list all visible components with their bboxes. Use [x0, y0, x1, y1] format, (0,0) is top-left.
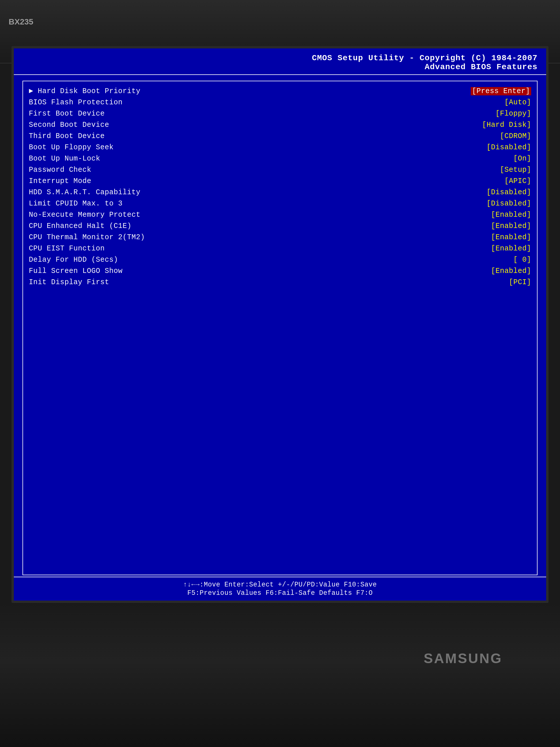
- bios-screen: CMOS Setup Utility - Copyright (C) 1984-…: [14, 48, 546, 600]
- bios-header-subtitle: Advanced BIOS Features: [23, 62, 537, 72]
- bios-row-label: BIOS Flash Protection: [29, 98, 126, 107]
- bios-menu-row[interactable]: BIOS Flash Protection[Auto]: [29, 97, 531, 108]
- bios-row-label: CPU Thermal Monitor 2(TM2): [29, 233, 148, 241]
- bios-menu-row[interactable]: HDD S.M.A.R.T. Capability[Disabled]: [29, 187, 531, 198]
- monitor-model-label: BX235: [9, 17, 33, 27]
- bios-row-value: [PCI]: [509, 278, 531, 286]
- bios-menu-row[interactable]: Delay For HDD (Secs)[ 0]: [29, 254, 531, 265]
- bios-row-value: [Enabled]: [491, 267, 531, 275]
- bios-row-label: Limit CPUID Max. to 3: [29, 200, 126, 208]
- bios-row-value: [Setup]: [500, 166, 531, 174]
- bios-row-value: [Enabled]: [491, 244, 531, 253]
- bios-row-label: No-Execute Memory Protect: [29, 211, 143, 219]
- bios-footer: ↑↓←→:Move Enter:Select +/-/PU/PD:Value F…: [14, 577, 546, 600]
- bios-content: Hard Disk Boot Priority[Press Enter]BIOS…: [14, 75, 546, 581]
- bios-row-value: [APIC]: [504, 177, 531, 185]
- bios-row-value: [Auto]: [504, 98, 531, 107]
- bios-row-value: [Floppy]: [496, 109, 531, 118]
- bios-menu-row[interactable]: Password Check[Setup]: [29, 164, 531, 176]
- samsung-logo: SAMSUNG: [424, 650, 502, 666]
- bios-row-label: CPU Enhanced Halt (C1E): [29, 222, 135, 230]
- screen-bezel: CMOS Setup Utility - Copyright (C) 1984-…: [11, 46, 549, 603]
- bios-row-label: Full Screen LOGO Show: [29, 267, 126, 275]
- bios-row-label: Boot Up Floppy Seek: [29, 143, 117, 152]
- bios-menu-row[interactable]: Hard Disk Boot Priority[Press Enter]: [29, 85, 531, 97]
- bios-row-label: First Boot Device: [29, 109, 108, 118]
- bios-footer-line2: F5:Previous Values F6:Fail-Safe Defaults…: [20, 589, 540, 597]
- bios-row-label: Boot Up Num-Lock: [29, 154, 103, 163]
- bios-menu-row[interactable]: Second Boot Device[Hard Disk]: [29, 119, 531, 131]
- bios-header-title: CMOS Setup Utility - Copyright (C) 1984-…: [23, 54, 537, 62]
- bios-menu-row[interactable]: Interrupt Mode[APIC]: [29, 176, 531, 187]
- bios-menu-row[interactable]: Boot Up Floppy Seek[Disabled]: [29, 142, 531, 153]
- bios-row-value: [Disabled]: [486, 143, 531, 152]
- bios-row-label: Interrupt Mode: [29, 177, 94, 185]
- bios-row-value: [Enabled]: [491, 222, 531, 230]
- bios-row-label: Third Boot Device: [29, 132, 108, 140]
- bios-header: CMOS Setup Utility - Copyright (C) 1984-…: [14, 48, 546, 75]
- bios-row-label: Hard Disk Boot Priority: [29, 87, 143, 95]
- monitor-outer: BX235 CMOS Setup Utility - Copyright (C)…: [0, 0, 560, 747]
- bios-row-value: [Disabled]: [486, 200, 531, 208]
- bios-row-label: HDD S.M.A.R.T. Capability: [29, 188, 143, 197]
- bios-row-label: Init Display First: [29, 278, 112, 286]
- bios-menu: Hard Disk Boot Priority[Press Enter]BIOS…: [23, 81, 537, 575]
- bios-footer-line1: ↑↓←→:Move Enter:Select +/-/PU/PD:Value F…: [20, 581, 540, 589]
- bios-menu-row[interactable]: Boot Up Num-Lock[On]: [29, 153, 531, 164]
- bios-menu-row[interactable]: CPU Enhanced Halt (C1E)[Enabled]: [29, 221, 531, 232]
- bios-menu-row[interactable]: Limit CPUID Max. to 3[Disabled]: [29, 198, 531, 209]
- bios-row-label: Password Check: [29, 166, 94, 174]
- bios-row-label: Second Boot Device: [29, 121, 112, 129]
- bios-row-value: [CDROM]: [500, 132, 531, 140]
- bios-row-value: [Hard Disk]: [482, 121, 531, 129]
- bios-menu-row[interactable]: CPU Thermal Monitor 2(TM2)[Enabled]: [29, 232, 531, 243]
- bios-row-value: [Enabled]: [491, 233, 531, 241]
- bios-menu-row[interactable]: Full Screen LOGO Show[Enabled]: [29, 265, 531, 277]
- bios-menu-row[interactable]: Init Display First[PCI]: [29, 277, 531, 288]
- bios-menu-row[interactable]: CPU EIST Function[Enabled]: [29, 243, 531, 254]
- bios-menu-row[interactable]: No-Execute Memory Protect[Enabled]: [29, 209, 531, 221]
- bios-row-label: Delay For HDD (Secs): [29, 256, 121, 264]
- bios-row-value: [Press Enter]: [471, 87, 531, 95]
- bios-row-value: [ 0]: [513, 256, 531, 264]
- bios-row-label: CPU EIST Function: [29, 244, 108, 253]
- bios-menu-row[interactable]: Third Boot Device[CDROM]: [29, 131, 531, 142]
- bios-row-value: [Disabled]: [486, 188, 531, 197]
- bios-menu-row[interactable]: First Boot Device[Floppy]: [29, 108, 531, 119]
- monitor-bottom-bezel: SAMSUNG: [0, 603, 560, 747]
- bios-row-value: [On]: [513, 154, 531, 163]
- bios-row-value: [Enabled]: [491, 211, 531, 219]
